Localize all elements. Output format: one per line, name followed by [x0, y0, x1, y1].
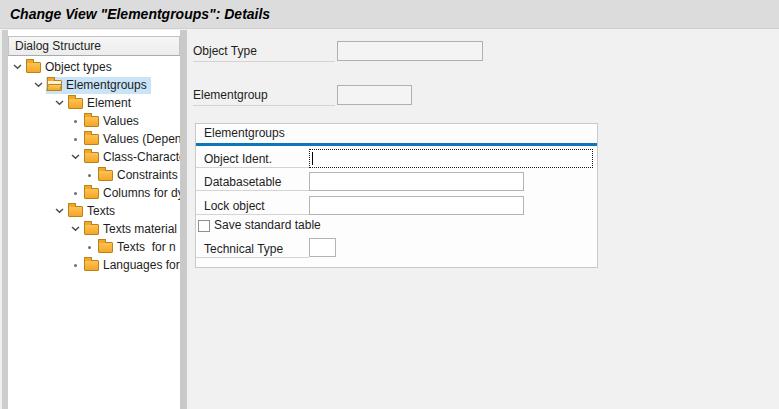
- leaf-dot-icon: [82, 174, 97, 177]
- tree-item-label: Columns for dy: [103, 186, 180, 200]
- chevron-down-icon[interactable]: [31, 82, 46, 88]
- tree-item-label: Constraints: [117, 168, 178, 182]
- tree-item-label: Texts: [87, 204, 115, 218]
- chevron-down-icon[interactable]: [10, 64, 25, 70]
- title-bar: Change View "Elementgroups": Details: [0, 0, 779, 29]
- lock-object-label: Lock object: [196, 197, 309, 215]
- technical-type-field[interactable]: TXT: [309, 238, 336, 257]
- folder-icon: [68, 98, 83, 109]
- folder-icon: [98, 170, 113, 181]
- folder-icon: [84, 116, 99, 127]
- object-ident-label: Object Ident.: [196, 150, 309, 168]
- page-title: Change View "Elementgroups": Details: [10, 6, 270, 22]
- chevron-down-icon[interactable]: [68, 226, 83, 232]
- leaf-dot-icon: [82, 246, 97, 249]
- save-standard-table-label: Save standard table: [214, 218, 321, 232]
- tree-item-elementgroups[interactable]: Elementgroups: [8, 76, 180, 94]
- panel-splitter-handle[interactable]: [180, 30, 187, 409]
- tree-item-texts[interactable]: Texts: [8, 202, 180, 220]
- tree-item-element[interactable]: Element: [8, 94, 180, 112]
- object-ident-input[interactable]: [309, 149, 593, 168]
- tree-item-values[interactable]: Values: [8, 112, 180, 130]
- folder-icon: [98, 242, 113, 253]
- groupbox-accent-rule: [196, 143, 597, 146]
- lock-object-input[interactable]: [309, 196, 524, 215]
- folder-icon: [68, 206, 83, 217]
- leaf-dot-icon: [68, 138, 83, 141]
- tree-item-columns-for-dy[interactable]: Columns for dy: [8, 184, 180, 202]
- technical-type-label: Technical Type: [196, 240, 309, 258]
- details-panel: Object Type TEXT Elementgroup BASIC Elem…: [187, 30, 779, 409]
- folder-icon: [84, 260, 99, 271]
- groupbox-title: Elementgroups: [204, 126, 285, 140]
- tree-item-label: Values (Depen: [103, 132, 180, 146]
- tree-item-texts-for-n[interactable]: Texts for n: [8, 238, 180, 256]
- chevron-down-icon[interactable]: [68, 154, 83, 160]
- object-type-label: Object Type: [193, 42, 335, 62]
- dialog-structure-tree: Object typesElementgroupsElementValuesVa…: [8, 58, 180, 274]
- tree-item-label: Elementgroups: [66, 78, 147, 92]
- chevron-down-icon[interactable]: [52, 100, 67, 106]
- leaf-dot-icon: [68, 264, 83, 267]
- tree-item-values-depen[interactable]: Values (Depen: [8, 130, 180, 148]
- tree-item-label: Values: [103, 114, 139, 128]
- leaf-dot-icon: [68, 120, 83, 123]
- tree-item-label: Object types: [45, 60, 112, 74]
- folder-icon: [84, 152, 99, 163]
- tree-item-label: Languages for: [103, 258, 180, 272]
- dialog-structure-panel: Dialog Structure Object typesElementgrou…: [8, 30, 180, 409]
- folder-icon: [84, 224, 99, 235]
- elementgroups-groupbox: Elementgroups Object Ident. Databasetabl…: [195, 123, 598, 268]
- object-type-field: TEXT: [337, 41, 483, 61]
- open-folder-icon: [47, 80, 62, 91]
- dialog-structure-header: Dialog Structure: [8, 36, 180, 56]
- text-cursor: [312, 152, 313, 165]
- save-standard-table-checkbox[interactable]: [198, 220, 210, 232]
- tree-item-languages-for[interactable]: Languages for: [8, 256, 180, 274]
- folder-icon: [84, 188, 99, 199]
- tree-item-label: Texts material: [103, 222, 177, 236]
- tree-item-object-types[interactable]: Object types: [8, 58, 180, 76]
- tree-item-texts-material[interactable]: Texts material: [8, 220, 180, 238]
- tree-item-label: Element: [87, 96, 131, 110]
- databasetable-label: Databasetable: [196, 173, 309, 191]
- elementgroup-label: Elementgroup: [193, 86, 335, 106]
- tree-item-label: Texts for n: [117, 240, 176, 254]
- folder-icon: [26, 62, 41, 73]
- tree-item-constraints[interactable]: Constraints: [8, 166, 180, 184]
- chevron-down-icon[interactable]: [52, 208, 67, 214]
- databasetable-input[interactable]: [309, 172, 524, 191]
- tree-item-class-character[interactable]: Class-Character: [8, 148, 180, 166]
- elementgroup-field: BASIC: [337, 85, 412, 105]
- folder-icon: [84, 134, 99, 145]
- tree-item-label: Class-Character: [103, 150, 180, 164]
- leaf-dot-icon: [68, 192, 83, 195]
